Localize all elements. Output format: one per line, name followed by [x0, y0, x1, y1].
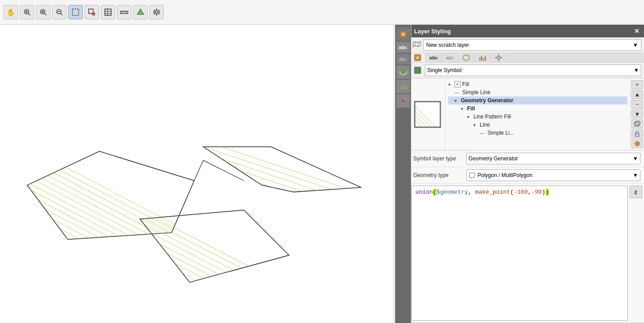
- geometry-type-label: Geometry type: [413, 172, 463, 178]
- tree-item-geometry-generator[interactable]: ▾ Geometry Generator: [448, 96, 627, 105]
- symbol-layer-type-dropdown[interactable]: Geometry Generator ▼: [466, 153, 640, 164]
- svg-marker-25: [203, 147, 361, 192]
- paint-tab[interactable]: [396, 27, 410, 41]
- zoom-info-tool[interactable]: [20, 5, 34, 19]
- code-close-inner: ): [542, 189, 545, 196]
- polygon-icon: [468, 172, 476, 178]
- svg-line-43: [18, 177, 207, 277]
- tree-actions: + ▲ − ▼: [630, 78, 644, 150]
- lock-btn[interactable]: [631, 129, 643, 138]
- select-rect-tool[interactable]: [68, 5, 83, 19]
- svg-rect-14: [105, 9, 111, 15]
- symbol-selector-row: Single Symbol ▼: [410, 63, 644, 78]
- svg-line-58: [131, 235, 298, 321]
- add-layer-btn[interactable]: +: [631, 80, 643, 89]
- pan-tool[interactable]: ✋: [4, 5, 18, 19]
- tree-item-simple-li[interactable]: — Simple Li...: [448, 129, 627, 137]
- svg-point-79: [497, 56, 500, 59]
- tree-item-fill[interactable]: ▾ ✓ Fill: [448, 80, 627, 88]
- rendering-tab[interactable]: [396, 94, 410, 108]
- map-tips-tool[interactable]: [133, 5, 148, 19]
- code-display[interactable]: union($geometry, make_point(-180,-90)): [411, 186, 628, 321]
- svg-line-1: [28, 14, 30, 15]
- svg-line-28: [194, 144, 370, 202]
- geometry-type-row: Geometry type Polygon / MultiPolygon ▼: [410, 167, 644, 184]
- 3d-view-tab[interactable]: [458, 53, 474, 62]
- code-comma1: ,: [468, 189, 475, 196]
- attribute-table-tool[interactable]: [101, 5, 115, 19]
- svg-rect-69: [405, 86, 406, 90]
- svg-line-60: [131, 246, 298, 323]
- labels-abc-tab1[interactable]: abc: [426, 53, 442, 62]
- svg-line-39: [18, 154, 207, 254]
- svg-rect-84: [414, 67, 421, 73]
- svg-line-37: [18, 142, 207, 242]
- labels-abc-tab2[interactable]: abc: [442, 53, 458, 62]
- geometry-type-arrow: ▼: [633, 172, 638, 178]
- right-panel: Layer Styling ✕ New scratch layer ▼ abc: [409, 25, 644, 323]
- tree-toggle-fill[interactable]: ▾: [448, 82, 455, 87]
- move-up-btn[interactable]: ▲: [631, 90, 643, 99]
- layer-map-icon: [412, 40, 421, 50]
- svg-rect-68: [402, 84, 404, 90]
- tree-checkbox-fill[interactable]: ✓: [455, 81, 461, 87]
- svg-marker-26: [203, 147, 361, 192]
- symbol-preview: [410, 78, 446, 150]
- 3d-tab[interactable]: [396, 65, 410, 79]
- tree-toggle-line[interactable]: ▾: [473, 123, 480, 127]
- svg-marker-51: [140, 210, 289, 282]
- layer-selector-row: New scratch layer ▼: [410, 37, 644, 53]
- svg-line-42: [18, 172, 207, 271]
- expression-button[interactable]: ε: [630, 186, 642, 198]
- svg-line-30: [194, 155, 370, 214]
- tree-toggle-simple-line: —: [455, 90, 461, 95]
- svg-point-64: [402, 33, 405, 36]
- code-geometry-var: $geometry: [437, 189, 468, 196]
- code-make-point-func: make_point: [475, 189, 510, 196]
- svg-line-48: [18, 207, 207, 306]
- svg-line-61: [194, 160, 203, 181]
- settings-tool[interactable]: [149, 5, 164, 19]
- tree-toggle-fill2[interactable]: ▾: [461, 106, 467, 111]
- settings-rendering-tab[interactable]: [491, 53, 507, 62]
- histogram-tab[interactable]: [474, 53, 491, 62]
- svg-rect-78: [485, 56, 486, 61]
- map-canvas[interactable]: [0, 25, 393, 323]
- tree-item-simple-line[interactable]: — Simple Line: [448, 88, 627, 96]
- measure-tool[interactable]: [117, 5, 131, 19]
- diagram-tab[interactable]: [396, 80, 410, 93]
- tree-item-line-pattern-fill[interactable]: ▾ Line Pattern Fill: [448, 113, 627, 121]
- duplicate-btn[interactable]: [631, 119, 643, 128]
- color-btn[interactable]: [631, 139, 643, 148]
- symbol-layer-type-value: Geometry Generator: [468, 155, 518, 162]
- symbol-type-icon: [412, 65, 423, 76]
- tree-item-fill2[interactable]: ▾ Fill: [448, 105, 627, 113]
- styling-icon-tab[interactable]: [410, 53, 426, 62]
- svg-line-46: [18, 195, 207, 295]
- svg-marker-74: [463, 55, 469, 61]
- polygon-3: [131, 205, 298, 323]
- panel-title: Layer Styling: [414, 28, 451, 35]
- code-num1: -180: [513, 189, 527, 196]
- tree-item-line[interactable]: ▾ Line: [448, 121, 627, 129]
- move-down-btn[interactable]: ▼: [631, 110, 643, 119]
- tree-preview-area: ▾ ✓ Fill — Simple Line ▾ Geometry Ge: [410, 78, 644, 150]
- panel-header: Layer Styling ✕: [410, 25, 644, 37]
- select-freehand-tool[interactable]: [85, 5, 99, 19]
- preview-box: [414, 101, 441, 128]
- zoom-out-tool[interactable]: [52, 5, 67, 19]
- remove-layer-btn[interactable]: −: [631, 100, 643, 109]
- layer-dropdown[interactable]: New scratch layer ▼: [423, 39, 641, 51]
- label-tab-abc2[interactable]: abc: [396, 54, 410, 64]
- tree-toggle-lpf[interactable]: ▾: [467, 114, 473, 119]
- svg-line-57: [131, 229, 298, 315]
- left-tabs: abc abc: [395, 25, 411, 323]
- tree-toggle-simple-li: —: [480, 131, 486, 136]
- symbol-type-label: Single Symbol: [427, 67, 462, 73]
- panel-close-btn[interactable]: ✕: [634, 27, 639, 35]
- zoom-in-tool[interactable]: [36, 5, 50, 19]
- tree-toggle-geom-gen[interactable]: ▾: [455, 98, 461, 103]
- symbol-type-dropdown[interactable]: Single Symbol ▼: [425, 64, 641, 76]
- geometry-type-dropdown[interactable]: Polygon / MultiPolygon ▼: [466, 169, 640, 181]
- label-tab-abc1[interactable]: abc: [396, 42, 410, 53]
